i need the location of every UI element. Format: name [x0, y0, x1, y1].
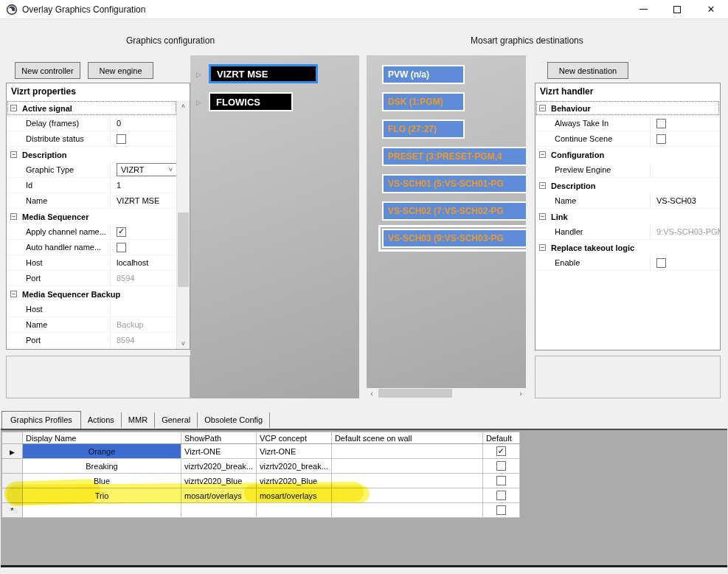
property-value[interactable]: 9:VS-SCH03-PGM [650, 224, 720, 240]
property-value[interactable]: 8594 [110, 271, 177, 286]
show-path-cell[interactable]: Vizrt-ONE [181, 444, 257, 459]
destination-item[interactable]: VS-SCH02 (7:VS-SCH02-PG [382, 201, 526, 221]
show-path-cell[interactable]: mosart/overlays [181, 488, 257, 503]
vcp-concept-cell[interactable]: mosart/overlays [256, 488, 331, 503]
scroll-up-icon[interactable]: ˄ [177, 100, 190, 111]
property-row[interactable]: Delay (frames)0 [7, 116, 177, 131]
expander-icon[interactable]: ▷ [196, 71, 201, 78]
property-value[interactable] [650, 162, 720, 178]
property-value[interactable]: VIZRT˅ [110, 162, 177, 178]
table-row[interactable]: Triomosart/overlaysmosart/overlays [2, 488, 520, 503]
property-value[interactable] [110, 240, 177, 255]
default-cell[interactable] [482, 474, 519, 488]
collapse-icon[interactable]: − [539, 213, 546, 220]
vizrt-properties-scrollbar[interactable]: ˄ ˅ [176, 100, 190, 349]
default-scene-cell[interactable] [331, 444, 482, 459]
property-category[interactable]: −Description [535, 178, 720, 193]
property-row[interactable]: Id1 [7, 178, 177, 193]
tab-obsolete-config[interactable]: Obsolete Config [198, 412, 270, 428]
tab-general[interactable]: General [155, 412, 198, 428]
property-row[interactable]: Always Take In [535, 116, 720, 131]
property-category[interactable]: −Link [535, 209, 720, 224]
column-header[interactable]: Default [482, 432, 519, 444]
default-cell[interactable] [482, 444, 519, 459]
property-row[interactable]: Preview Engine [535, 162, 720, 178]
property-value[interactable] [650, 255, 720, 271]
vcp-concept-cell[interactable]: vizrtv2020_Blue [256, 474, 331, 488]
collapse-icon[interactable]: − [539, 105, 546, 111]
property-category[interactable]: −Configuration [535, 147, 720, 162]
property-row[interactable]: Graphic TypeVIZRT˅ [7, 162, 177, 178]
display-name-cell[interactable]: Trio [23, 488, 181, 503]
display-name-cell[interactable] [23, 503, 181, 518]
checkbox-unchecked[interactable] [656, 258, 666, 268]
display-name-cell[interactable]: Blue [23, 474, 181, 488]
scroll-down-icon[interactable]: ˅ [177, 338, 190, 349]
collapse-icon[interactable]: − [539, 182, 546, 189]
property-row[interactable]: Auto handler name... [7, 240, 177, 255]
collapse-icon[interactable]: − [10, 151, 17, 158]
row-selector[interactable] [2, 488, 23, 503]
destination-item[interactable]: PRESET (3:PRESET-PGM,4 [382, 147, 526, 166]
display-name-cell[interactable]: Orange [23, 444, 181, 459]
collapse-icon[interactable]: − [10, 291, 17, 297]
destinations-horizontal-scrollbar[interactable]: ‹ › [367, 388, 526, 398]
scrollbar-thumb[interactable] [178, 212, 189, 287]
checkbox-checked[interactable] [117, 227, 126, 237]
show-path-cell[interactable] [181, 503, 257, 518]
property-row[interactable]: Apply channel name... [7, 224, 177, 240]
tab-actions[interactable]: Actions [81, 412, 122, 428]
property-row[interactable]: Enable [535, 255, 720, 271]
column-header[interactable]: ShowPath [181, 432, 257, 444]
collapse-icon[interactable]: − [10, 105, 17, 111]
close-button[interactable]: ✕ [694, 0, 728, 18]
collapse-icon[interactable]: − [539, 151, 546, 158]
default-cell[interactable] [482, 503, 519, 518]
property-row[interactable]: Port8594 [7, 333, 177, 348]
checkbox-unchecked[interactable] [496, 491, 506, 500]
destination-item[interactable]: DSK (1:PGM) [382, 92, 465, 111]
collapse-icon[interactable]: − [10, 213, 17, 220]
display-name-cell[interactable]: Breaking [23, 459, 181, 474]
property-value[interactable] [110, 131, 177, 147]
column-header[interactable]: VCP concept [256, 432, 331, 444]
maximize-button[interactable] [660, 0, 694, 18]
checkbox-unchecked[interactable] [656, 134, 666, 144]
checkbox-unchecked[interactable] [656, 119, 666, 128]
property-row[interactable]: Hostlocalhost [7, 255, 177, 271]
column-header[interactable]: Display Name [23, 432, 181, 444]
property-row[interactable]: NameBackup [7, 317, 177, 333]
property-row[interactable]: Host [7, 302, 177, 317]
destination-item[interactable]: FLO (27:27) [382, 120, 465, 139]
row-selector[interactable] [2, 474, 23, 488]
checkbox-unchecked[interactable] [496, 505, 506, 515]
checkbox-unchecked[interactable] [117, 243, 126, 252]
row-selector[interactable]: * [2, 503, 23, 518]
tab-mmr[interactable]: MMR [122, 412, 155, 428]
new-destination-button[interactable]: New destination [547, 62, 628, 79]
checkbox-unchecked[interactable] [117, 134, 126, 144]
vcp-concept-cell[interactable]: vizrtv2020_break... [256, 459, 331, 474]
property-category[interactable]: −Replace takeout logic [535, 240, 720, 255]
property-value[interactable]: VIZRT MSE [110, 193, 177, 209]
row-selector[interactable] [2, 459, 23, 474]
default-cell[interactable] [482, 488, 519, 503]
default-scene-cell[interactable] [331, 459, 482, 474]
engine-item[interactable]: FLOWICS [209, 92, 293, 111]
table-row[interactable]: Breakingvizrtv2020_break...vizrtv2020_br… [2, 459, 520, 474]
show-path-cell[interactable]: vizrtv2020_break... [181, 459, 257, 474]
minimize-button[interactable] [626, 0, 660, 18]
table-row[interactable]: Bluevizrtv2020_Bluevizrtv2020_Blue [2, 474, 520, 488]
destination-item[interactable]: VS-SCH03 (9:VS-SCH03-PG [382, 229, 526, 248]
property-row[interactable]: Handler9:VS-SCH03-PGM [535, 224, 720, 240]
property-row[interactable]: Distribute status [7, 131, 177, 147]
property-category[interactable]: −Active signal [7, 100, 177, 116]
expander-icon[interactable]: ▷ [196, 99, 201, 106]
collapse-icon[interactable]: − [539, 244, 546, 251]
property-value[interactable] [110, 224, 177, 240]
property-row[interactable]: NameVS-SCH03 [535, 193, 720, 209]
scrollbar-thumb[interactable] [378, 389, 452, 398]
default-scene-cell[interactable] [331, 503, 482, 518]
property-category[interactable]: −Behaviour [535, 100, 720, 116]
scroll-right-icon[interactable]: › [516, 388, 526, 398]
